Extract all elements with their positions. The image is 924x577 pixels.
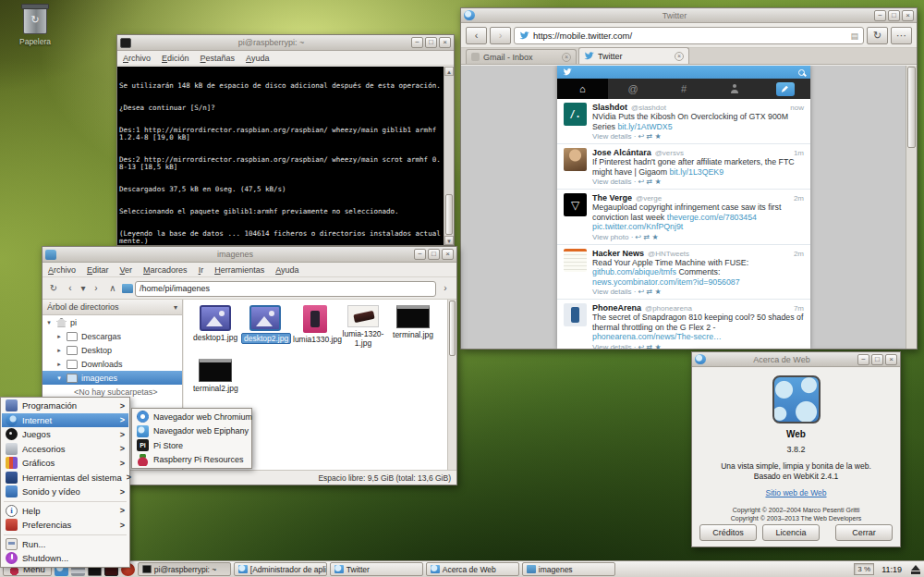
tree-item-imagenes[interactable]: ▾imagenes xyxy=(43,371,182,385)
nav-mentions-icon[interactable]: @ xyxy=(608,79,659,99)
minimize-button[interactable]: − xyxy=(874,10,886,21)
tweet-author[interactable]: Slashdot xyxy=(592,103,627,112)
fileview-scrollbar[interactable] xyxy=(447,300,456,470)
pane-toggle-icon[interactable]: › xyxy=(438,281,453,297)
taskbar-window-acerca[interactable]: Acerca de Web xyxy=(426,562,519,576)
browser-scrollbar[interactable] xyxy=(906,66,917,349)
menu-item-programacion[interactable]: Programación> xyxy=(2,399,128,413)
submenu-item-epiphany[interactable]: Navegador web Epiphany xyxy=(133,424,250,439)
tweet-link[interactable]: bit.ly/1AtWDX5 xyxy=(617,122,672,131)
file-desktop2-selected[interactable]: desktop2.jpg xyxy=(241,305,289,344)
close-button[interactable]: × xyxy=(442,249,454,260)
menu-archivo[interactable]: Archivo xyxy=(48,265,76,275)
path-field[interactable]: /home/pi/imagenes xyxy=(135,281,436,297)
tweet-action-icons[interactable]: · ↩ ⇄ ★ xyxy=(628,233,658,241)
file-lumia1320[interactable]: lumia-1320-1.jpg xyxy=(339,305,387,348)
tweet-handle[interactable]: @verge xyxy=(636,194,662,203)
about-titlebar[interactable]: Acerca de Web − □ × xyxy=(692,352,900,367)
clock[interactable]: 11:19 xyxy=(881,565,902,574)
menu-archivo[interactable]: Archivo xyxy=(123,54,151,63)
nav-profile-icon[interactable] xyxy=(709,79,760,99)
tweet-handle[interactable]: @versvs xyxy=(655,149,684,157)
tweet-link[interactable]: github.com/abique/tmfs xyxy=(592,267,676,276)
tweet[interactable]: Jose Alcántara@versvs1m If Pinterest had… xyxy=(557,144,810,190)
maximize-button[interactable]: □ xyxy=(428,249,440,260)
scrollbar-thumb[interactable] xyxy=(907,67,916,148)
tweet-action[interactable]: View details xyxy=(592,288,632,296)
tree-item-pi[interactable]: ▾pi xyxy=(43,315,182,329)
tweet-link[interactable]: bit.ly/1L3QEK9 xyxy=(669,167,723,177)
tweet-link[interactable]: phonearena.com/news/The-secre… xyxy=(592,332,722,341)
menu-item-graficos[interactable]: Gráficos> xyxy=(2,456,128,471)
scroll-down-icon[interactable]: ▼ xyxy=(444,236,454,245)
minimize-button[interactable]: − xyxy=(411,37,423,48)
tweet-action[interactable]: View details xyxy=(592,178,632,186)
menu-herramientas[interactable]: Herramientas xyxy=(214,265,264,275)
tweet-action[interactable]: View details xyxy=(592,343,632,350)
scrollbar-thumb[interactable] xyxy=(445,194,453,235)
reader-icon[interactable]: ▤ xyxy=(850,31,858,41)
url-field[interactable]: https://mobile.twitter.com/ ▤ xyxy=(514,27,864,44)
menu-item-shutdown[interactable]: Shutdown... xyxy=(2,551,128,566)
minimize-button[interactable]: − xyxy=(414,249,426,260)
menu-item-juegos[interactable]: Juegos> xyxy=(2,427,128,442)
compose-button[interactable] xyxy=(776,82,795,96)
tweet-action[interactable]: View details xyxy=(592,132,632,141)
tree-item-downloads[interactable]: ▸Downloads xyxy=(43,357,182,371)
back-button[interactable]: ‹ xyxy=(466,27,487,44)
file-terminal2[interactable]: terminal2.jpg xyxy=(191,359,239,393)
tweet-author[interactable]: The Verge xyxy=(592,193,632,203)
tweet-link[interactable]: theverge.com/e/7803454 xyxy=(667,213,757,222)
up-button[interactable]: ∧ xyxy=(105,281,120,297)
credits-button[interactable]: Créditos xyxy=(699,524,757,541)
file-lumia1330[interactable]: lumia1330.jpg xyxy=(291,305,339,344)
menu-ir[interactable]: Ir xyxy=(199,265,204,275)
tweet-action-icons[interactable]: · ↩ ⇄ ★ xyxy=(632,288,662,296)
menu-item-herramientas[interactable]: Herramientas del sistema> xyxy=(2,471,128,485)
filemanager-titlebar[interactable]: imagenes − □ × xyxy=(43,247,456,263)
tree-item-desktop[interactable]: ▸Desktop xyxy=(43,343,182,357)
scrollbar-thumb[interactable] xyxy=(449,301,456,356)
maximize-button[interactable]: □ xyxy=(888,10,900,21)
back-button[interactable]: ‹ xyxy=(63,281,78,297)
nav-hashtag-icon[interactable]: # xyxy=(659,79,710,99)
tree-item-descargas[interactable]: ▸Descargas xyxy=(43,329,182,343)
browser-titlebar[interactable]: Twitter − □ × xyxy=(461,8,917,23)
tweet[interactable]: PhoneArena@phonearena7m The secret of Sn… xyxy=(557,300,810,349)
tweet-handle[interactable]: @slashdot xyxy=(631,104,666,112)
tweet-link[interactable]: pic.twitter.com/KnfPQnj9t xyxy=(592,222,683,231)
menu-marcadores[interactable]: Marcadores xyxy=(143,265,188,275)
twitter-bird-icon[interactable] xyxy=(563,68,572,77)
minimize-button[interactable]: − xyxy=(857,354,869,365)
tab-twitter[interactable]: Twitter × xyxy=(578,47,689,64)
tab-close-icon[interactable]: × xyxy=(562,53,571,62)
tweet-author[interactable]: PhoneArena xyxy=(592,303,641,313)
tweet[interactable]: /. Slashdot@slashdotnow NVidia Puts the … xyxy=(557,99,810,144)
submenu-item-pistore[interactable]: Pi Store xyxy=(133,438,250,453)
taskbar-window-imagenes[interactable]: imagenes xyxy=(522,562,615,576)
close-dialog-button[interactable]: Cerrar xyxy=(835,524,893,541)
forward-button[interactable]: › xyxy=(490,27,511,44)
refresh-button[interactable]: ↻ xyxy=(46,281,61,297)
tweet-action-icons[interactable]: · ↩ ⇄ ★ xyxy=(632,178,662,186)
close-button[interactable]: × xyxy=(439,37,451,48)
file-terminal[interactable]: terminal.jpg xyxy=(389,305,437,339)
menu-item-run[interactable]: Run... xyxy=(2,537,128,552)
taskbar-window-terminal[interactable]: pi@raspberrypi: ~ xyxy=(138,562,231,576)
tweet-link[interactable]: news.ycombinator.com/item?id=9056087 xyxy=(592,277,740,287)
tweet[interactable]: ▽ The Verge@verge2m Megaupload copyright… xyxy=(557,190,810,245)
nav-compose[interactable] xyxy=(760,79,810,99)
menu-ver[interactable]: Ver xyxy=(120,265,133,275)
menu-item-sonido[interactable]: Sonido y vídeo> xyxy=(2,485,128,499)
license-button[interactable]: Licencia xyxy=(762,524,820,541)
tab-close-icon[interactable]: × xyxy=(675,52,684,61)
removable-media-icon[interactable] xyxy=(909,564,921,575)
menu-item-preferencias[interactable]: Preferencias> xyxy=(2,518,128,533)
search-icon[interactable] xyxy=(798,69,805,76)
cpu-monitor[interactable]: 3 % xyxy=(854,563,874,575)
terminal-scrollbar[interactable]: ▲ ▼ xyxy=(444,67,454,245)
menu-item-accesorios[interactable]: Accesorios> xyxy=(2,442,128,457)
reload-button[interactable]: ↻ xyxy=(867,27,888,44)
menu-edicion[interactable]: Edición xyxy=(162,54,189,63)
menu-item-help[interactable]: Help> xyxy=(2,504,128,519)
